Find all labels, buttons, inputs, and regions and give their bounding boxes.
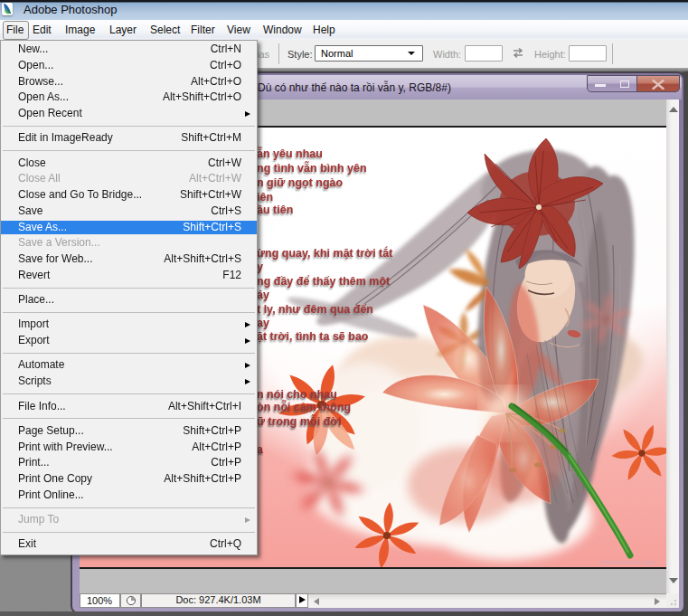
svg-text:photobucket.com: photobucket.com — [599, 558, 655, 566]
